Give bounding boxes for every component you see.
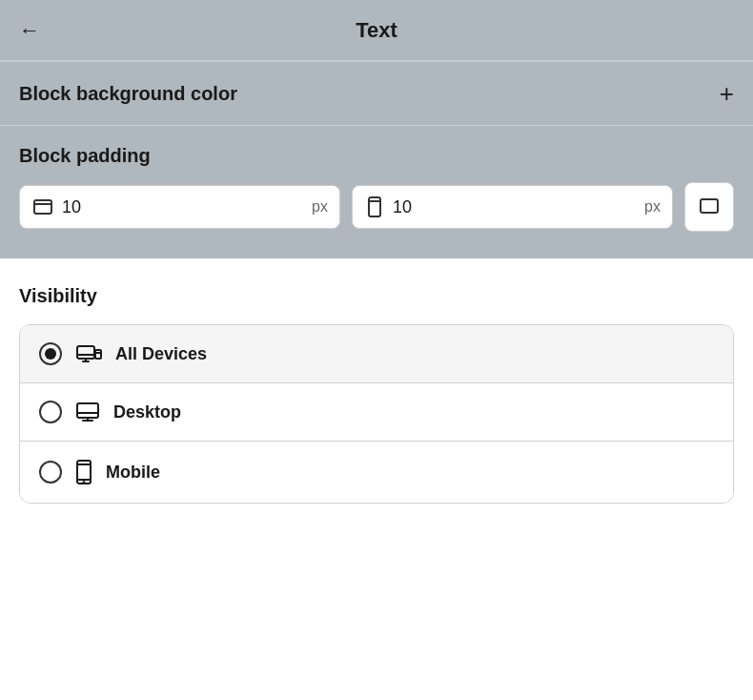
visibility-label: Visibility	[19, 285, 734, 307]
mobile-padding-icon	[364, 196, 385, 218]
radio-mobile	[39, 461, 62, 484]
visibility-option-desktop[interactable]: Desktop	[20, 383, 733, 442]
desktop-icon	[75, 401, 100, 423]
padding-inputs: px px	[19, 182, 734, 232]
radio-all-devices	[39, 342, 62, 365]
visibility-option-mobile[interactable]: Mobile	[20, 442, 733, 503]
page-title: Text	[356, 18, 397, 43]
svg-rect-4	[701, 199, 718, 213]
link-padding-button[interactable]	[684, 182, 734, 232]
svg-rect-11	[77, 403, 98, 418]
svg-rect-5	[77, 346, 94, 359]
visibility-options: All Devices Desktop	[19, 324, 734, 504]
link-padding-icon	[699, 196, 720, 219]
all-devices-icon	[75, 342, 102, 365]
padding-unit-2: px	[644, 198, 661, 216]
header: ← Text	[0, 0, 753, 61]
svg-rect-0	[34, 200, 51, 214]
block-padding-section: Block padding px px	[0, 126, 753, 258]
block-padding-label: Block padding	[19, 145, 734, 167]
back-arrow-icon: ←	[19, 18, 40, 43]
mobile-icon	[75, 459, 92, 485]
visibility-option-all[interactable]: All Devices	[20, 325, 733, 383]
radio-inner-all-devices	[45, 348, 56, 360]
block-background-section: Block background color +	[0, 62, 753, 126]
add-background-button[interactable]: +	[720, 81, 734, 106]
all-devices-label: All Devices	[115, 344, 207, 364]
desktop-padding-icon	[31, 196, 54, 218]
desktop-label: Desktop	[113, 402, 181, 422]
radio-desktop	[39, 401, 62, 423]
padding-input-1[interactable]	[62, 197, 119, 217]
visibility-section: Visibility All Devices	[0, 258, 753, 523]
svg-rect-9	[95, 350, 101, 359]
svg-point-18	[84, 482, 85, 483]
padding-input-2-wrap: px	[352, 185, 673, 229]
back-button[interactable]: ←	[19, 18, 40, 43]
block-background-label: Block background color	[19, 83, 237, 105]
padding-input-1-wrap: px	[19, 185, 340, 229]
plus-icon: +	[720, 79, 734, 108]
padding-input-2[interactable]	[393, 197, 450, 217]
mobile-label: Mobile	[106, 463, 160, 483]
padding-unit-1: px	[312, 198, 328, 216]
